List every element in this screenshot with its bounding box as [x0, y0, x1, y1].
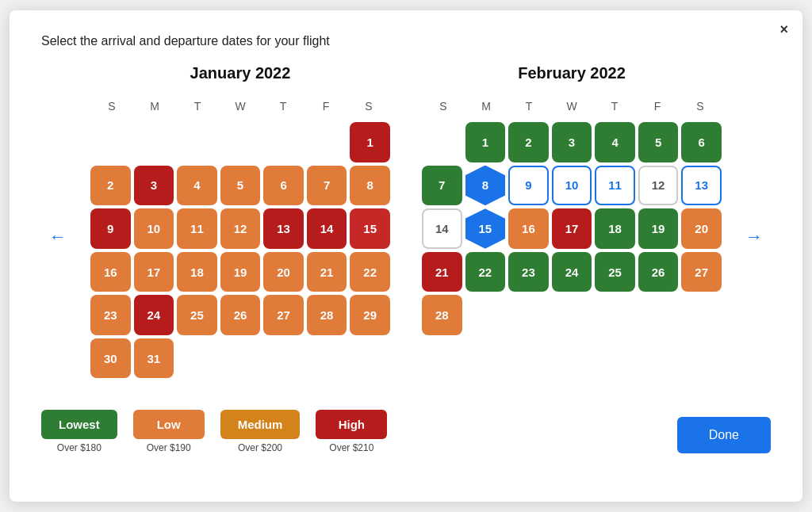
legend-badge: Low [133, 410, 205, 439]
calendar-day[interactable]: 12 [638, 166, 679, 206]
next-nav-arrow[interactable]: → [737, 227, 771, 247]
legend-item: HighOver $210 [316, 410, 387, 453]
calendar-day[interactable]: 22 [350, 252, 390, 292]
calendar-day[interactable]: 16 [90, 252, 131, 292]
calendar-day[interactable]: 23 [508, 252, 549, 292]
legend-badge: High [316, 410, 387, 439]
calendar-day[interactable]: 19 [638, 208, 679, 249]
calendar-day[interactable]: 31 [134, 338, 174, 379]
calendar-day [134, 122, 174, 162]
calendar-day[interactable]: 16 [508, 208, 549, 249]
calendar-day[interactable]: 21 [422, 252, 462, 292]
legend-item: LowOver $190 [133, 410, 205, 453]
legend: LowestOver $180LowOver $190MediumOver $2… [41, 410, 387, 453]
calendar-day[interactable]: 18 [595, 208, 635, 249]
calendar-day[interactable]: 3 [552, 122, 592, 162]
legend-sub-label: Over $200 [238, 442, 282, 453]
calendar-day[interactable]: 27 [681, 252, 722, 292]
calendar-day[interactable]: 5 [638, 122, 679, 162]
calendar-day[interactable]: 19 [220, 252, 261, 292]
calendar-day[interactable]: 17 [134, 252, 174, 292]
january-day-headers: SMTWTFS [90, 97, 390, 116]
february-calendar: February 2022 SMTWTFS 123456789101112131… [406, 64, 737, 335]
february-day-headers: SMTWTFS [422, 97, 722, 116]
calendar-day[interactable]: 8 [350, 166, 390, 206]
calendar-day[interactable]: 15 [465, 208, 506, 249]
modal-title: Select the arrival and departure dates f… [41, 34, 771, 48]
calendar-day[interactable]: 24 [134, 295, 174, 335]
footer: LowestOver $180LowOver $190MediumOver $2… [41, 386, 771, 453]
february-title: February 2022 [422, 64, 722, 82]
calendar-day[interactable]: 3 [134, 166, 174, 206]
day-header: S [90, 97, 133, 116]
calendar-day[interactable]: 28 [307, 295, 347, 335]
calendar-day[interactable]: 2 [508, 122, 549, 162]
calendar-day[interactable]: 4 [595, 122, 635, 162]
calendar-day[interactable]: 20 [263, 252, 304, 292]
legend-item: MediumOver $200 [220, 410, 301, 453]
calendar-day [307, 122, 347, 162]
calendar-day[interactable]: 6 [263, 166, 304, 206]
calendar-day[interactable]: 24 [552, 252, 592, 292]
calendar-day[interactable]: 25 [595, 252, 635, 292]
calendar-day[interactable]: 11 [177, 208, 217, 249]
legend-item: LowestOver $180 [41, 410, 117, 453]
calendar-day[interactable]: 17 [552, 208, 592, 249]
day-header: T [508, 97, 550, 116]
calendar-day[interactable]: 28 [422, 295, 462, 335]
calendar-day[interactable]: 30 [90, 338, 131, 379]
calendar-day[interactable]: 1 [465, 122, 506, 162]
close-button[interactable]: × [779, 21, 788, 38]
january-grid: 1234567891011121314151617181920212223242… [90, 122, 390, 378]
calendar-day[interactable]: 9 [90, 208, 131, 249]
prev-nav-arrow[interactable]: ← [41, 227, 75, 247]
legend-sub-label: Over $180 [57, 442, 102, 453]
calendar-day[interactable]: 21 [307, 252, 347, 292]
calendar-day[interactable]: 20 [681, 208, 722, 249]
day-header: W [219, 97, 262, 116]
calendar-day[interactable]: 15 [350, 208, 390, 249]
calendar-day[interactable]: 29 [350, 295, 390, 335]
calendar-day[interactable]: 11 [595, 166, 635, 206]
calendar-day[interactable]: 22 [465, 252, 506, 292]
calendar-day[interactable]: 10 [134, 208, 174, 249]
legend-badge: Lowest [41, 410, 117, 439]
calendar-day[interactable]: 2 [90, 166, 131, 206]
legend-sub-label: Over $210 [329, 442, 373, 453]
day-header: T [593, 97, 636, 116]
calendar-day[interactable]: 8 [465, 166, 506, 206]
legend-sub-label: Over $190 [147, 442, 191, 453]
calendar-day[interactable]: 23 [90, 295, 131, 335]
calendar-day[interactable]: 25 [177, 295, 217, 335]
day-header: T [176, 97, 219, 116]
day-header: T [262, 97, 304, 116]
calendar-day[interactable]: 18 [177, 252, 217, 292]
calendar-day[interactable]: 26 [638, 252, 679, 292]
calendar-day[interactable]: 26 [220, 295, 261, 335]
calendar-day[interactable]: 27 [263, 295, 304, 335]
calendar-day[interactable]: 12 [220, 208, 261, 249]
calendar-day[interactable]: 9 [508, 166, 549, 206]
calendar-day[interactable]: 1 [350, 122, 390, 162]
calendar-day [90, 122, 131, 162]
calendar-day[interactable]: 14 [422, 208, 462, 249]
calendar-day[interactable]: 5 [220, 166, 261, 206]
calendar-day [422, 122, 462, 162]
calendar-day[interactable]: 7 [307, 166, 347, 206]
calendar-day[interactable]: 7 [422, 166, 462, 206]
calendar-day [220, 122, 261, 162]
calendar-day[interactable]: 14 [307, 208, 347, 249]
january-calendar: January 2022 SMTWTFS 1234567891011121314… [75, 64, 406, 378]
calendar-day[interactable]: 6 [681, 122, 722, 162]
calendar-day [177, 122, 217, 162]
legend-badge: Medium [220, 410, 301, 439]
day-header: S [347, 97, 390, 116]
calendar-day[interactable]: 4 [177, 166, 217, 206]
calendar-day[interactable]: 13 [263, 208, 304, 249]
day-header: M [133, 97, 176, 116]
done-button[interactable]: Done [677, 417, 771, 453]
calendar-day[interactable]: 13 [681, 166, 722, 206]
february-grid: 1234567891011121314151617181920212223242… [422, 122, 722, 335]
day-header: S [422, 97, 465, 116]
calendar-day[interactable]: 10 [552, 166, 592, 206]
